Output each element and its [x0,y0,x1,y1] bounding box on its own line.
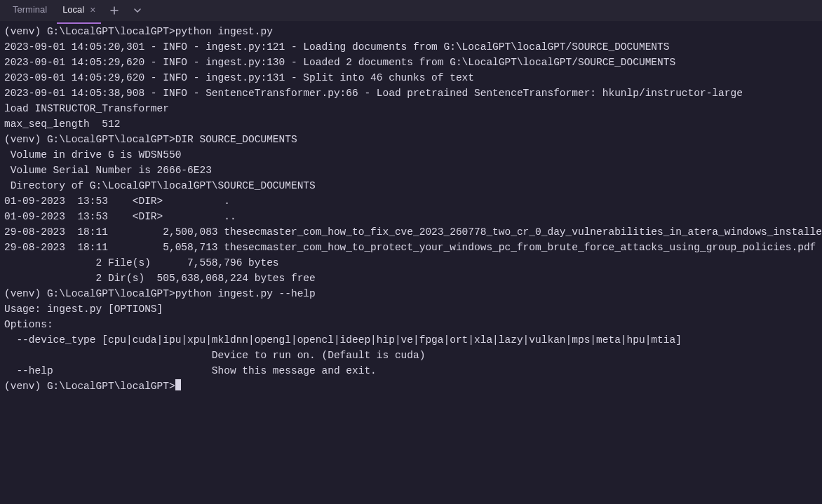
terminal-line: 01-09-2023 13:53 <DIR> .. [4,209,818,224]
tab-label: Local [62,2,84,18]
terminal-line: (venv) G:\LocalGPT\localGPT>python inges… [4,24,818,39]
tab-section-label: Terminal [6,0,54,23]
terminal-line: Volume in drive G is WDSN550 [4,147,818,163]
new-tab-button[interactable] [104,3,125,18]
tab-local[interactable]: Local × [57,0,101,23]
tab-dropdown-button[interactable] [128,4,147,18]
terminal-line: Volume Serial Number is 2666-6E23 [4,163,818,178]
tab-bar: Terminal Local × [0,0,822,21]
terminal-line: 2023-09-01 14:05:38,908 - INFO - Sentenc… [4,86,818,101]
terminal-line: max_seq_length 512 [4,116,818,132]
cursor [175,379,181,390]
terminal-line: 29-08-2023 18:11 5,058,713 thesecmaster_… [4,240,818,255]
close-icon[interactable]: × [90,5,95,15]
terminal-line: --help Show this message and exit. [4,363,818,379]
terminal-line: (venv) G:\LocalGPT\localGPT> [4,379,818,394]
terminal-line: Usage: ingest.py [OPTIONS] [4,301,818,317]
terminal-line: 2 File(s) 7,558,796 bytes [4,255,818,271]
plus-icon [109,6,119,15]
terminal-line: 2 Dir(s) 505,638,068,224 bytes free [4,271,818,286]
terminal-line: 2023-09-01 14:05:29,620 - INFO - ingest.… [4,70,818,86]
terminal-line: Directory of G:\LocalGPT\localGPT\SOURCE… [4,178,818,193]
terminal-line: 29-08-2023 18:11 2,500,083 thesecmaster_… [4,224,818,240]
terminal-line: (venv) G:\LocalGPT\localGPT>DIR SOURCE_D… [4,132,818,147]
terminal-line: 2023-09-01 14:05:20,301 - INFO - ingest.… [4,39,818,55]
terminal-line: 2023-09-01 14:05:29,620 - INFO - ingest.… [4,55,818,70]
terminal-line: (venv) G:\LocalGPT\localGPT>python inges… [4,286,818,301]
terminal-line: Options: [4,317,818,332]
terminal-output[interactable]: (venv) G:\LocalGPT\localGPT>python inges… [0,21,822,398]
chevron-down-icon [133,6,142,15]
terminal-line: 01-09-2023 13:53 <DIR> . [4,193,818,209]
terminal-line: --device_type [cpu|cuda|ipu|xpu|mkldnn|o… [4,332,818,348]
terminal-line: Device to run on. (Default is cuda) [4,348,818,363]
terminal-line: load INSTRUCTOR_Transformer [4,101,818,116]
